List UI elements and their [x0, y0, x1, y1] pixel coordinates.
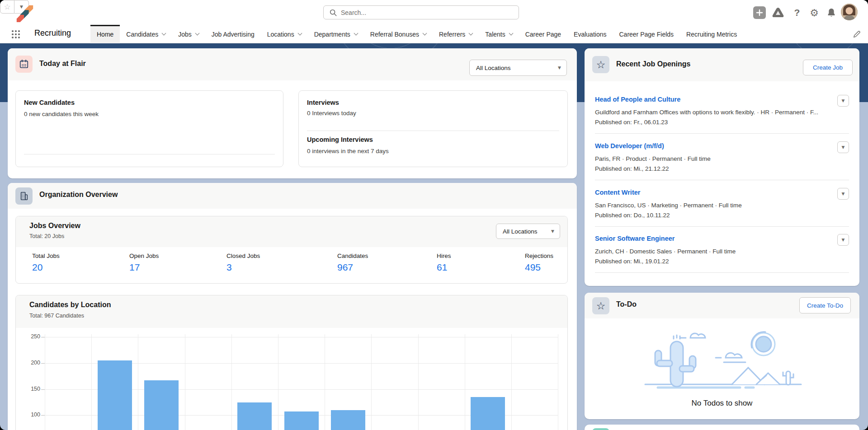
- stat-value: 495: [525, 262, 553, 273]
- chevron-down-icon[interactable]: [297, 31, 302, 36]
- jobs-card-title: Recent Job Openings: [616, 60, 690, 68]
- job-details: Guildford and Farnham Offices with optio…: [595, 109, 818, 116]
- chart-axis-label: 100: [20, 411, 40, 418]
- stat-rejections: Rejections 495: [525, 252, 553, 273]
- app-navigation-bar: Recruiting Home Candidates Jobs Job Adve…: [0, 25, 868, 43]
- create-todo-button[interactable]: Create To-Do: [799, 297, 851, 313]
- chart-axis-label: 250: [20, 333, 40, 340]
- job-details: Zurich, CH · Domestic Sales · Permanent …: [595, 248, 736, 255]
- tab-talents[interactable]: Talents: [479, 25, 519, 43]
- favorites-star-icon[interactable]: ☆: [0, 0, 14, 14]
- user-avatar[interactable]: [841, 4, 858, 20]
- divider: [595, 272, 849, 273]
- new-candidates-title: New Candidates: [24, 99, 75, 106]
- job-title-link[interactable]: Web Developer (m/f/d): [595, 142, 849, 150]
- jobs-overview-title: Jobs Overview: [29, 222, 80, 230]
- todo-card-title: To-Do: [616, 300, 637, 308]
- stat-value: 61: [437, 262, 451, 273]
- upcoming-interviews-title: Upcoming Interviews: [307, 136, 373, 143]
- tab-jobs[interactable]: Jobs: [172, 25, 205, 43]
- stat-value: 17: [129, 262, 159, 273]
- todo-empty-text: No Todos to show: [585, 399, 859, 408]
- stat-total-jobs: Total Jobs 20: [32, 252, 60, 273]
- job-actions-caret-icon[interactable]: ▼: [837, 95, 849, 107]
- today-at-flair-card: Today at Flair All Locations▼ New Candid…: [8, 48, 577, 178]
- organization-overview-card: Organization Overview Jobs Overview Tota…: [8, 183, 577, 430]
- notifications-bell-icon[interactable]: [825, 6, 838, 19]
- chevron-down-icon[interactable]: [469, 31, 473, 36]
- chart-title: Candidates by Location: [29, 301, 111, 309]
- chevron-down-icon[interactable]: [162, 31, 166, 36]
- create-job-button[interactable]: Create Job: [803, 60, 853, 75]
- tab-referral-bonuses[interactable]: Referral Bonuses: [364, 25, 433, 43]
- interviews-text: 0 Interviews today: [307, 110, 356, 117]
- today-location-filter[interactable]: All Locations▼: [469, 60, 567, 76]
- job-actions-caret-icon[interactable]: ▼: [837, 234, 849, 246]
- nav-tabs: Home Candidates Jobs Job Advertising Loc…: [90, 25, 743, 43]
- interviews-title: Interviews: [307, 99, 339, 106]
- job-title-link[interactable]: Head of People and Culture: [595, 96, 849, 103]
- org-card-title: Organization Overview: [39, 191, 118, 199]
- stat-candidates: Candidates 967: [337, 252, 368, 273]
- search-input[interactable]: [341, 9, 519, 16]
- job-details: San Francisco, US · Marketing · Permanen…: [595, 202, 742, 209]
- divider: [595, 133, 849, 134]
- next-card-partial: [585, 425, 859, 430]
- divider: [307, 131, 559, 131]
- tab-career-page[interactable]: Career Page: [519, 25, 567, 43]
- chart-axis-label: 200: [20, 360, 40, 366]
- tab-candidates[interactable]: Candidates: [120, 25, 172, 43]
- app-window: ☆ ▼ ? ⚙: [0, 0, 868, 430]
- trailhead-help-icon[interactable]: [771, 6, 785, 19]
- quick-add-plus-icon[interactable]: [753, 6, 766, 19]
- chart-subtitle: Total: 967 Candidates: [29, 313, 84, 319]
- tab-career-page-fields[interactable]: Career Page Fields: [613, 25, 680, 43]
- chevron-down-icon[interactable]: [509, 31, 513, 36]
- tab-home[interactable]: Home: [90, 25, 120, 43]
- tab-referrers[interactable]: Referrers: [433, 25, 479, 43]
- divider: [595, 180, 849, 180]
- question-help-icon[interactable]: ?: [791, 6, 803, 19]
- jobs-overview-subtitle: Total: 20 Jobs: [29, 233, 64, 239]
- chevron-down-icon[interactable]: [423, 31, 427, 36]
- chart-header: [16, 295, 567, 328]
- chart-bar: [144, 380, 179, 430]
- recent-job-openings-card: ☆ Recent Job Openings Create Job Head of…: [585, 48, 859, 286]
- todo-card: ☆ To-Do Create To-Do: [585, 293, 859, 419]
- jobs-overview-location-filter[interactable]: All Locations▼: [496, 224, 560, 239]
- tab-locations[interactable]: Locations: [261, 25, 308, 43]
- chart-bar: [237, 402, 272, 430]
- chart-bar: [471, 397, 505, 430]
- job-title-link[interactable]: Content Writer: [595, 189, 849, 196]
- job-published: Published on: Mi., 19.01.22: [595, 258, 669, 265]
- chart-gridline: [45, 337, 558, 337]
- job-actions-caret-icon[interactable]: ▼: [837, 141, 849, 153]
- app-name: Recruiting: [34, 28, 71, 38]
- candidates-by-location-chart: Candidates by Location Total: 967 Candid…: [15, 295, 568, 430]
- new-candidates-text: 0 new candidates this week: [24, 111, 99, 117]
- new-candidates-tile: New Candidates 0 new candidates this wee…: [15, 90, 283, 167]
- edit-nav-pencil-icon[interactable]: [853, 30, 861, 40]
- tab-evaluations[interactable]: Evaluations: [567, 25, 613, 43]
- tab-recruiting-metrics[interactable]: Recruiting Metrics: [680, 25, 743, 43]
- job-title-link[interactable]: Senior Software Engineer: [595, 235, 849, 242]
- tab-job-advertising[interactable]: Job Advertising: [205, 25, 261, 43]
- star-icon: ☆: [592, 56, 609, 73]
- divider: [24, 154, 275, 154]
- divider: [595, 226, 849, 227]
- chevron-down-icon[interactable]: [195, 31, 199, 36]
- teal-card-icon: [592, 428, 609, 430]
- stat-value: 20: [32, 262, 60, 273]
- app-launcher-icon[interactable]: [11, 29, 21, 39]
- job-actions-caret-icon[interactable]: ▼: [837, 188, 849, 200]
- stat-closed-jobs: Closed Jobs 3: [226, 252, 260, 273]
- tab-departments[interactable]: Departments: [308, 25, 364, 43]
- stat-open-jobs: Open Jobs 17: [129, 252, 159, 273]
- chart-axis-label: 150: [20, 386, 40, 392]
- chart-plot: 250200150100: [16, 328, 567, 430]
- chevron-down-icon[interactable]: [354, 31, 358, 36]
- setup-gear-icon[interactable]: ⚙: [807, 6, 821, 19]
- interviews-tile: Interviews 0 Interviews today Upcoming I…: [298, 90, 568, 167]
- calendar-icon: [15, 56, 33, 73]
- global-search: [323, 5, 519, 19]
